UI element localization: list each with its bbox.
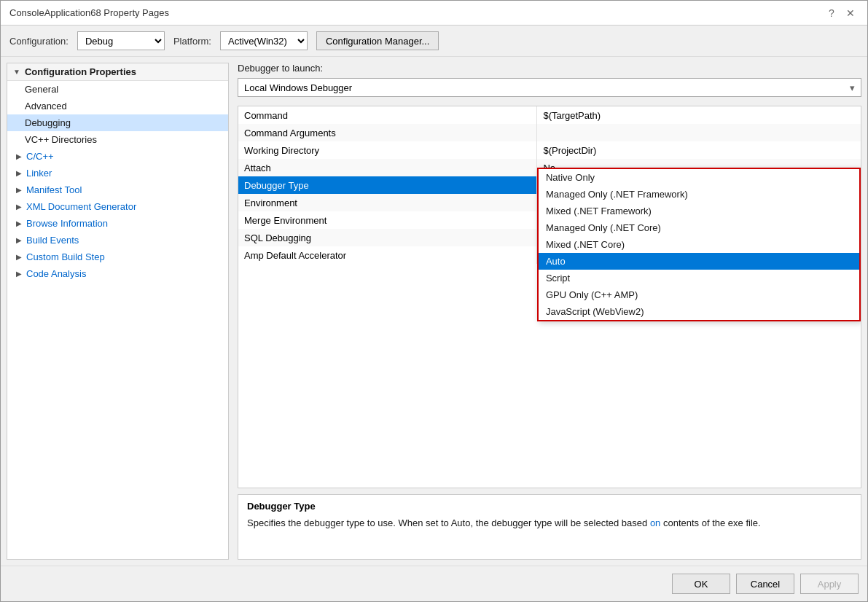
dropdown-option-managed-fw[interactable]: Managed Only (.NET Framework) bbox=[539, 186, 859, 203]
browse-expand-icon: ▶ bbox=[16, 219, 22, 227]
table-row: Command $(TargetPath) bbox=[238, 106, 861, 124]
table-row: Command Arguments bbox=[238, 124, 861, 141]
dropdown-chevron-icon: ▾ bbox=[850, 82, 855, 93]
main-content: ▼ Configuration Properties General Advan… bbox=[1, 57, 867, 566]
sidebar-section-header: ▼ Configuration Properties bbox=[7, 63, 228, 81]
prop-name-amp-accel: Amp Default Accelerator bbox=[238, 246, 537, 264]
sidebar-item-advanced[interactable]: Advanced bbox=[7, 98, 228, 114]
table-row: Working Directory $(ProjectDir) bbox=[238, 141, 861, 159]
manifest-expand-icon: ▶ bbox=[16, 186, 22, 194]
prop-name-environment: Environment bbox=[238, 194, 537, 211]
debugger-value: Local Windows Debugger bbox=[244, 82, 352, 93]
title-bar: ConsoleApplication68 Property Pages ? ✕ bbox=[1, 1, 867, 26]
prop-name-command-args: Command Arguments bbox=[238, 124, 537, 141]
cpp-expand-icon: ▶ bbox=[16, 152, 22, 160]
sidebar-item-debugging[interactable]: Debugging bbox=[7, 114, 228, 131]
configuration-select[interactable]: Debug bbox=[77, 31, 165, 50]
title-bar-controls: ? ✕ bbox=[824, 5, 859, 21]
dropdown-option-managed-core[interactable]: Managed Only (.NET Core) bbox=[539, 219, 859, 236]
ok-button[interactable]: OK bbox=[672, 574, 730, 594]
sidebar-group-xml[interactable]: ▶ XML Document Generator bbox=[7, 198, 228, 215]
toolbar: Configuration: Debug Platform: Active(Wi… bbox=[1, 26, 867, 57]
description-text: Specifies the debugger type to use. When… bbox=[247, 516, 852, 531]
sidebar-section-title: Configuration Properties bbox=[25, 66, 136, 77]
linker-expand-icon: ▶ bbox=[16, 169, 22, 177]
prop-name-command: Command bbox=[238, 106, 537, 124]
sidebar-group-manifest[interactable]: ▶ Manifest Tool bbox=[7, 181, 228, 198]
dropdown-option-auto[interactable]: Auto bbox=[539, 253, 859, 270]
dropdown-option-javascript[interactable]: JavaScript (WebView2) bbox=[539, 303, 859, 320]
config-label: Configuration: bbox=[9, 36, 69, 47]
prop-name-sql-debug: SQL Debugging bbox=[238, 229, 537, 246]
properties-area: Command $(TargetPath) Command Arguments … bbox=[238, 106, 861, 560]
build-events-expand-icon: ▶ bbox=[16, 236, 22, 244]
collapse-triangle: ▼ bbox=[13, 68, 20, 76]
prop-name-merge-env: Merge Environment bbox=[238, 211, 537, 229]
close-button[interactable]: ✕ bbox=[842, 5, 859, 21]
sidebar-group-linker[interactable]: ▶ Linker bbox=[7, 165, 228, 181]
platform-label: Platform: bbox=[173, 36, 211, 47]
dropdown-option-gpu[interactable]: GPU Only (C++ AMP) bbox=[539, 286, 859, 303]
title-bar-left: ConsoleApplication68 Property Pages bbox=[9, 7, 169, 18]
sidebar: ▼ Configuration Properties General Advan… bbox=[7, 63, 229, 560]
prop-val-command: $(TargetPath) bbox=[537, 106, 861, 124]
config-manager-button[interactable]: Configuration Manager... bbox=[316, 31, 439, 50]
property-pages-dialog: ConsoleApplication68 Property Pages ? ✕ … bbox=[0, 0, 868, 602]
sidebar-group-cpp[interactable]: ▶ C/C++ bbox=[7, 148, 228, 165]
debugger-launch-label: Debugger to launch: bbox=[238, 63, 861, 74]
sidebar-item-vc-dirs[interactable]: VC++ Directories bbox=[7, 131, 228, 148]
dropdown-option-mixed-core[interactable]: Mixed (.NET Core) bbox=[539, 236, 859, 253]
code-analysis-expand-icon: ▶ bbox=[16, 270, 22, 278]
sidebar-item-general[interactable]: General bbox=[7, 81, 228, 98]
apply-button[interactable]: Apply bbox=[800, 574, 859, 594]
sidebar-group-browse[interactable]: ▶ Browse Information bbox=[7, 215, 228, 232]
dialog-title: ConsoleApplication68 Property Pages bbox=[9, 7, 169, 18]
prop-name-debugger-type: Debugger Type bbox=[238, 176, 537, 194]
description-title: Debugger Type bbox=[247, 501, 852, 512]
sidebar-group-build-events[interactable]: ▶ Build Events bbox=[7, 232, 228, 249]
debugger-type-dropdown[interactable]: Local Windows Debugger ▾ bbox=[238, 78, 861, 97]
properties-container: Command $(TargetPath) Command Arguments … bbox=[238, 106, 861, 488]
help-button[interactable]: ? bbox=[824, 5, 840, 21]
dropdown-option-script[interactable]: Script bbox=[539, 270, 859, 286]
footer: OK Cancel Apply bbox=[1, 566, 867, 601]
debugger-dropdown-row: Local Windows Debugger ▾ bbox=[238, 78, 861, 97]
dropdown-option-mixed-fw[interactable]: Mixed (.NET Framework) bbox=[539, 203, 859, 219]
prop-val-working-dir: $(ProjectDir) bbox=[537, 141, 861, 159]
prop-name-attach: Attach bbox=[238, 159, 537, 176]
cancel-button[interactable]: Cancel bbox=[736, 574, 794, 594]
xml-expand-icon: ▶ bbox=[16, 203, 22, 211]
debugger-type-dropdown-list: Native Only Managed Only (.NET Framework… bbox=[537, 168, 861, 321]
platform-select[interactable]: Active(Win32) bbox=[220, 31, 308, 50]
sidebar-group-code-analysis[interactable]: ▶ Code Analysis bbox=[7, 265, 228, 282]
right-panel: Debugger to launch: Local Windows Debugg… bbox=[229, 63, 861, 560]
dropdown-option-native[interactable]: Native Only bbox=[539, 169, 859, 186]
description-panel: Debugger Type Specifies the debugger typ… bbox=[238, 494, 861, 560]
prop-name-working-dir: Working Directory bbox=[238, 141, 537, 159]
sidebar-group-custom-build[interactable]: ▶ Custom Build Step bbox=[7, 249, 228, 265]
prop-val-command-args bbox=[537, 124, 861, 141]
description-link: on bbox=[650, 517, 660, 528]
custom-build-expand-icon: ▶ bbox=[16, 253, 22, 261]
